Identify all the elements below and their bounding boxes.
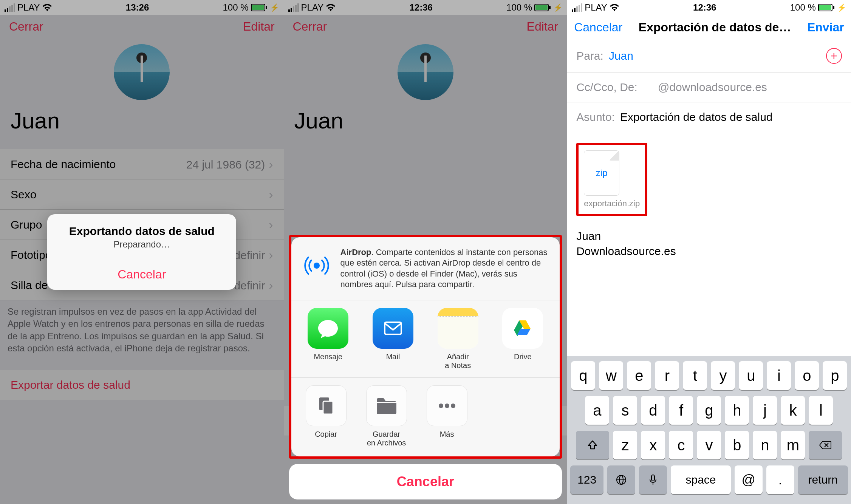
cc-field[interactable]: Cc/Cco, De: @downloadsource.es	[567, 73, 851, 102]
charging-icon: ⚡	[553, 3, 563, 12]
chevron-right-icon: ›	[269, 187, 273, 201]
clock: 12:36	[693, 2, 716, 13]
close-button[interactable]: Cerrar	[9, 20, 43, 34]
key-l[interactable]: l	[809, 396, 833, 425]
period-key[interactable]: .	[766, 465, 794, 494]
mail-icon	[373, 308, 413, 349]
key-k[interactable]: k	[781, 396, 805, 425]
svg-rect-7	[385, 322, 401, 334]
export-health-button[interactable]: Exportar datos de salud	[11, 379, 130, 391]
key-w[interactable]: w	[599, 361, 623, 390]
key-u[interactable]: u	[739, 361, 763, 390]
key-a[interactable]: a	[585, 396, 609, 425]
space-key[interactable]: space	[671, 465, 731, 494]
share-cancel-button[interactable]: Cancelar	[289, 464, 562, 499]
edit-button[interactable]: Editar	[243, 20, 275, 34]
key-p[interactable]: p	[823, 361, 847, 390]
key-g[interactable]: g	[697, 396, 721, 425]
airdrop-description: AirDrop. Comparte contenidos al instante…	[340, 247, 552, 290]
mail-body-text[interactable]: Downloadsource.es	[567, 245, 851, 256]
battery-label: 100 %	[506, 2, 532, 13]
battery-icon	[818, 4, 835, 11]
row-birthdate[interactable]: Fecha de nacimiento24 jul 1986 (32)›	[0, 149, 284, 179]
globe-key[interactable]	[607, 465, 635, 494]
key-i[interactable]: i	[767, 361, 791, 390]
wifi-icon	[610, 4, 619, 11]
svg-rect-20	[651, 475, 654, 481]
notes-icon	[438, 308, 478, 349]
action-more[interactable]: Más	[417, 385, 477, 447]
clock: 12:36	[409, 2, 432, 13]
page-title: Juan	[0, 103, 284, 149]
key-s[interactable]: s	[613, 396, 637, 425]
send-button[interactable]: Enviar	[807, 20, 844, 34]
key-j[interactable]: j	[753, 396, 777, 425]
key-c[interactable]: c	[669, 431, 693, 459]
key-v[interactable]: v	[697, 431, 721, 459]
numbers-key[interactable]: 123	[570, 465, 603, 494]
key-b[interactable]: b	[725, 431, 749, 459]
svg-point-13	[451, 404, 455, 408]
key-o[interactable]: o	[795, 361, 819, 390]
mail-nav: Cancelar Exportación de datos de… Enviar	[567, 15, 851, 40]
cancel-button[interactable]: Cancelar	[574, 20, 622, 34]
key-z[interactable]: z	[613, 431, 637, 459]
attachment-highlight: zip exportación.zip	[576, 143, 647, 216]
file-ext-label: zip	[596, 168, 608, 178]
status-bar: PLAY 12:36 100 % ⚡	[567, 0, 851, 15]
page-title: Juan	[284, 103, 568, 149]
key-h[interactable]: h	[725, 396, 749, 425]
status-bar: PLAY 12:36 100 % ⚡	[284, 0, 568, 15]
chevron-right-icon: ›	[269, 157, 273, 171]
key-q[interactable]: q	[571, 361, 595, 390]
carrier-label: PLAY	[17, 2, 40, 13]
key-m[interactable]: m	[781, 431, 805, 459]
shift-key[interactable]	[576, 431, 609, 459]
cancel-button[interactable]: Cancelar	[47, 259, 236, 290]
file-attachment[interactable]: zip	[584, 150, 619, 196]
share-app-notes[interactable]: Añadir a Notas	[432, 308, 484, 370]
svg-rect-10	[377, 402, 396, 403]
svg-point-11	[439, 404, 443, 408]
footnote-text: Se registran impulsos en vez de pasos en…	[0, 300, 284, 370]
row-sex[interactable]: Sexo›	[0, 179, 284, 210]
folder-icon	[366, 385, 407, 426]
key-d[interactable]: d	[641, 396, 665, 425]
key-f[interactable]: f	[669, 396, 693, 425]
share-app-drive[interactable]: Drive	[496, 308, 549, 370]
avatar[interactable]	[114, 44, 170, 100]
mail-body-signature[interactable]: Juan	[567, 222, 851, 245]
carrier-label: PLAY	[585, 2, 607, 13]
add-contact-button[interactable]: +	[826, 48, 842, 64]
at-key[interactable]: @	[735, 465, 763, 494]
key-n[interactable]: n	[753, 431, 777, 459]
svg-rect-5	[549, 6, 551, 9]
edit-button[interactable]: Editar	[527, 20, 559, 34]
svg-point-6	[314, 263, 320, 269]
backspace-key[interactable]	[809, 431, 842, 459]
battery-label: 100 %	[223, 2, 249, 13]
avatar	[398, 44, 453, 100]
mic-key[interactable]	[639, 465, 667, 494]
subject-field[interactable]: Asunto: Exportación de datos de salud	[567, 102, 851, 132]
key-r[interactable]: r	[655, 361, 679, 390]
airdrop-icon	[300, 247, 334, 281]
return-key[interactable]: return	[798, 465, 848, 494]
to-field[interactable]: Para: Juan +	[567, 40, 851, 73]
charging-icon: ⚡	[837, 3, 846, 12]
action-copy[interactable]: Copiar	[296, 385, 356, 447]
clock: 13:26	[126, 2, 149, 13]
key-y[interactable]: y	[711, 361, 735, 390]
battery-icon	[251, 4, 268, 11]
close-button[interactable]: Cerrar	[293, 20, 327, 34]
action-save-files[interactable]: Guardar en Archivos	[356, 385, 417, 447]
share-app-messages[interactable]: Mensaje	[302, 308, 354, 370]
wifi-icon	[42, 4, 52, 11]
key-e[interactable]: e	[627, 361, 651, 390]
share-app-mail[interactable]: Mail	[367, 308, 419, 370]
chevron-right-icon: ›	[269, 278, 273, 292]
key-t[interactable]: t	[683, 361, 707, 390]
chevron-right-icon: ›	[269, 247, 273, 262]
airdrop-section[interactable]: AirDrop. Comparte contenidos al instante…	[291, 237, 560, 300]
key-x[interactable]: x	[641, 431, 665, 459]
